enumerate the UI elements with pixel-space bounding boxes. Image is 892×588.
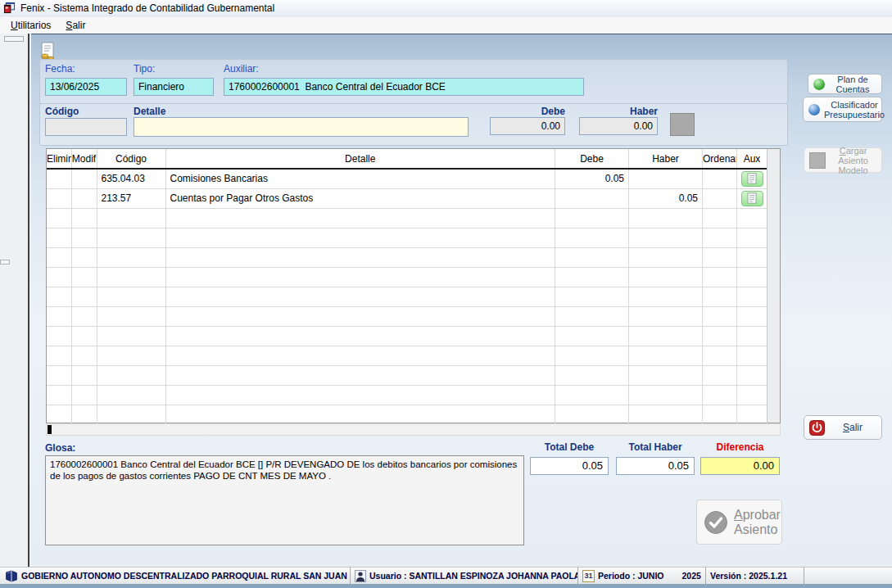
panel-splitter-handle-2[interactable] bbox=[0, 260, 10, 265]
cell-haber: 0.05 bbox=[629, 188, 703, 208]
tipo-input[interactable] bbox=[134, 78, 214, 96]
menu-bar: Utilitarios Salir bbox=[0, 17, 892, 34]
codigo-input[interactable] bbox=[45, 118, 127, 136]
clasificador-presupuestario-button[interactable]: Clasificador Presupuestario bbox=[803, 97, 882, 122]
person-icon bbox=[355, 570, 366, 582]
cell-haber bbox=[629, 287, 703, 306]
cell-haber bbox=[629, 385, 703, 405]
cell-aux bbox=[737, 247, 767, 267]
table-row-empty bbox=[47, 326, 767, 346]
diferencia-label: Diferencia bbox=[700, 441, 780, 453]
cell-modif bbox=[71, 208, 97, 228]
cell-haber bbox=[629, 326, 703, 346]
table-row-empty bbox=[47, 287, 767, 306]
cell-detalle bbox=[165, 287, 555, 306]
cell-detalle bbox=[165, 247, 555, 267]
cell-aux bbox=[737, 346, 767, 365]
cell-codigo bbox=[97, 405, 165, 424]
horizontal-scrollbar-thumb[interactable] bbox=[48, 425, 52, 434]
cell-modif bbox=[71, 267, 97, 287]
codigo-label: Código bbox=[45, 106, 79, 117]
panel-splitter-handle[interactable] bbox=[4, 36, 24, 42]
menu-utilitarios[interactable]: Utilitarios bbox=[3, 18, 58, 33]
entries-grid: EliminModifCódigoDetalleDebeHaberOrdenar… bbox=[46, 148, 781, 423]
table-row[interactable]: 213.57Cuentas por Pagar Otros Gastos0.05 bbox=[47, 188, 767, 208]
calendar-icon: 31 bbox=[582, 570, 595, 582]
table-row-empty bbox=[47, 306, 767, 326]
cell-detalle: Comisiones Bancarias bbox=[165, 169, 555, 188]
fecha-input[interactable] bbox=[45, 78, 127, 96]
cell-modif bbox=[71, 247, 97, 267]
cell-ordenar bbox=[703, 306, 737, 326]
entries-table-body: 635.04.03Comisiones Bancarias0.05213.57C… bbox=[47, 169, 767, 424]
cell-debe bbox=[555, 188, 629, 208]
cell-elimin bbox=[47, 326, 71, 346]
cell-ordenar bbox=[703, 247, 737, 267]
cell-modif bbox=[71, 228, 97, 247]
haber-label: Haber bbox=[579, 106, 658, 117]
cell-elimin bbox=[47, 247, 71, 267]
table-row-empty bbox=[47, 267, 767, 287]
cell-debe bbox=[555, 326, 629, 346]
new-entry-document-coins-icon[interactable] bbox=[38, 41, 57, 61]
cell-detalle bbox=[165, 405, 555, 424]
cell-modif bbox=[71, 385, 97, 405]
window-title: Fenix - Sistema Integrado de Contabilida… bbox=[20, 2, 274, 14]
detalle-input[interactable] bbox=[134, 117, 469, 137]
cell-detalle bbox=[165, 326, 555, 346]
total-haber-label: Total Haber bbox=[616, 441, 695, 453]
entries-table-header-row: EliminModifCódigoDetalleDebeHaberOrdenar… bbox=[47, 149, 767, 169]
entries-table: EliminModifCódigoDetalleDebeHaberOrdenar… bbox=[47, 149, 767, 425]
cell-codigo bbox=[97, 385, 165, 405]
debe-input[interactable] bbox=[490, 117, 565, 135]
cell-modif bbox=[71, 405, 97, 424]
cell-elimin bbox=[47, 169, 71, 188]
column-header-cdigo: Código bbox=[97, 149, 165, 169]
title-bar: Fenix - Sistema Integrado de Contabilida… bbox=[0, 0, 892, 16]
cell-codigo bbox=[97, 208, 165, 228]
haber-input[interactable] bbox=[579, 117, 658, 135]
vertical-scrollbar[interactable] bbox=[767, 149, 780, 423]
status-entity: GOBIERNO AUTONOMO DESCENTRALIZADO PARROQ… bbox=[0, 568, 351, 584]
horizontal-scrollbar[interactable] bbox=[46, 423, 781, 436]
cell-detalle: Cuentas por Pagar Otros Gastos bbox=[165, 188, 555, 208]
aprobar-asiento-button[interactable]: Aprobar Asiento bbox=[696, 500, 782, 545]
cell-debe bbox=[555, 365, 629, 385]
blue-book-icon bbox=[5, 570, 18, 582]
auxiliar-input[interactable] bbox=[224, 78, 584, 96]
column-header-haber: Haber bbox=[629, 149, 703, 169]
cell-debe bbox=[555, 247, 629, 267]
cell-codigo bbox=[97, 287, 165, 306]
cell-aux bbox=[737, 365, 767, 385]
detalle-label: Detalle bbox=[134, 106, 165, 117]
cell-ordenar bbox=[703, 287, 737, 306]
cell-codigo bbox=[97, 306, 165, 326]
gray-square-icon bbox=[809, 152, 826, 169]
aux-button[interactable] bbox=[741, 191, 763, 206]
salir-button[interactable]: Salir bbox=[804, 415, 882, 440]
cell-codigo: 635.04.03 bbox=[97, 169, 165, 188]
aux-button[interactable] bbox=[741, 171, 763, 187]
cell-aux bbox=[737, 188, 767, 208]
column-header-elimin: Elimin bbox=[47, 149, 71, 169]
cell-haber bbox=[629, 247, 703, 267]
cell-codigo bbox=[97, 267, 165, 287]
green-sphere-icon bbox=[813, 79, 825, 90]
table-row-empty bbox=[47, 405, 767, 424]
cell-debe bbox=[555, 385, 629, 405]
cargar-asiento-modelo-button[interactable]: Cargar Asiento Modelo bbox=[804, 147, 882, 173]
glosa-textarea[interactable]: 1760002600001 Banco Central del Ecuador … bbox=[45, 455, 524, 545]
cell-elimin bbox=[47, 208, 71, 228]
cell-debe bbox=[555, 208, 629, 228]
column-header-modif: Modif bbox=[71, 149, 97, 169]
window-bottom-edge bbox=[0, 584, 892, 588]
cell-codigo bbox=[97, 326, 165, 346]
cell-haber bbox=[629, 228, 703, 247]
debe-label: Debe bbox=[490, 106, 565, 117]
cell-aux bbox=[737, 267, 767, 287]
cell-aux bbox=[737, 405, 767, 424]
table-row[interactable]: 635.04.03Comisiones Bancarias0.05 bbox=[47, 169, 767, 188]
menu-salir[interactable]: Salir bbox=[58, 18, 93, 33]
plan-de-cuentas-button[interactable]: Plan de Cuentas bbox=[808, 74, 882, 94]
gray-square-button[interactable] bbox=[670, 113, 695, 136]
